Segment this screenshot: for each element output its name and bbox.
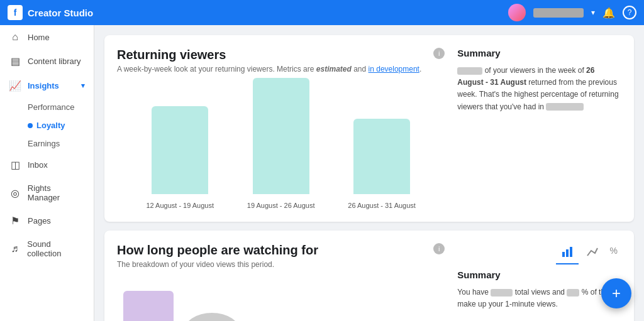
watch-time-card: How long people are watching for The bre…: [104, 231, 634, 321]
fab-icon: +: [612, 285, 621, 302]
rights-icon: ◎: [9, 187, 21, 199]
inbox-icon: ◫: [9, 159, 21, 171]
avatar[interactable]: [508, 4, 526, 21]
sidebar-sub: Performance Loyalty Earnings: [0, 98, 94, 153]
sidebar-item-sound[interactable]: ♬ Sound collection: [0, 233, 94, 264]
topbar-right: blurred name ▾ 🔔 ?: [508, 4, 636, 21]
line-chart-tab[interactable]: [581, 243, 604, 264]
main-content: Returning viewers A week-by-week look at…: [94, 25, 644, 321]
watch-summary-title: Summary: [457, 269, 621, 280]
sidebar-item-pages[interactable]: ⚑ Pages: [0, 209, 94, 233]
watch-time-title: How long people are watching for: [117, 243, 318, 258]
watch-time-header: How long people are watching for The bre…: [117, 243, 445, 279]
svg-rect-2: [570, 247, 572, 257]
sidebar-item-inbox-label: Inbox: [28, 160, 48, 170]
watch-time-body: How long people are watching for The bre…: [117, 243, 621, 321]
pages-icon: ⚑: [9, 215, 21, 227]
percent-tab[interactable]: %: [606, 243, 621, 264]
summary-before: of your viewers in the week of: [485, 66, 584, 75]
blurred-period: [546, 103, 584, 111]
sidebar-item-insights-label: Insights: [28, 81, 59, 90]
bar-group-3: 26 August - 31 August: [348, 119, 416, 209]
topbar-left: f Creator Studio: [8, 5, 93, 20]
user-name: blurred name: [533, 8, 584, 18]
watch-time-title-group: How long people are watching for The bre…: [117, 243, 318, 279]
bar-2: [253, 78, 309, 194]
watch-bar-2: [184, 313, 240, 321]
watch-time-chart: [117, 281, 445, 321]
subtitle-estimated: estimated: [316, 65, 352, 73]
bar-label-3: 26 August - 31 August: [348, 202, 416, 209]
sidebar-item-earnings[interactable]: Earnings: [28, 134, 94, 153]
returning-viewers-body: Returning viewers A week-by-week look at…: [117, 48, 621, 209]
loyalty-label: Loyalty: [36, 121, 65, 130]
chart-section: Returning viewers A week-by-week look at…: [117, 48, 445, 209]
summary-section: Summary of your viewers in the week of 2…: [457, 48, 621, 209]
watch-bar-1: [123, 291, 174, 321]
bar-label-2: 19 August - 26 August: [247, 202, 315, 209]
returning-viewers-title: Returning viewers: [117, 48, 421, 62]
sidebar-item-content-library[interactable]: ▤ Content library: [0, 49, 94, 73]
sidebar-item-rights[interactable]: ◎ Rights Manager: [0, 177, 94, 209]
blurred-pct: [567, 289, 579, 297]
fb-logo-icon: f: [8, 5, 23, 20]
sidebar-item-content-label: Content library: [28, 57, 81, 66]
earnings-label: Earnings: [28, 139, 60, 148]
chevron-icon: ▾: [81, 82, 85, 90]
bar-label-1: 12 August - 19 August: [146, 202, 214, 209]
sidebar-item-loyalty[interactable]: Loyalty: [28, 116, 94, 134]
svg-rect-0: [562, 252, 565, 257]
sidebar: ⌂ Home ▤ Content library 📈 Insights ▾ Pe…: [0, 25, 94, 321]
returning-viewers-chart: 12 August - 19 August 19 August - 26 Aug…: [117, 84, 445, 209]
insights-icon: 📈: [9, 80, 21, 92]
subtitle-end: .: [419, 65, 421, 73]
bar-chart-tab[interactable]: [556, 243, 579, 264]
content-library-icon: ▤: [9, 55, 21, 67]
home-icon: ⌂: [9, 31, 21, 43]
bar-3: [353, 119, 410, 194]
blurred-percent: [457, 67, 482, 75]
summary2-before1: You have: [457, 288, 489, 297]
blurred-views: [491, 289, 513, 297]
topbar: f Creator Studio blurred name ▾ 🔔 ?: [0, 0, 644, 25]
chevron-down-icon[interactable]: ▾: [591, 8, 595, 17]
sidebar-item-sound-label: Sound collection: [27, 239, 85, 258]
summary-text: of your viewers in the week of 26 August…: [457, 65, 621, 113]
summary-title: Summary: [457, 48, 621, 58]
sidebar-item-inbox[interactable]: ◫ Inbox: [0, 153, 94, 177]
sidebar-item-home[interactable]: ⌂ Home: [0, 25, 94, 49]
bar-group-2: 19 August - 26 August: [247, 78, 315, 209]
help-icon[interactable]: ?: [623, 6, 636, 19]
summary2-mid1: total views and: [515, 288, 565, 297]
subtitle-dev: in development: [369, 65, 419, 73]
performance-label: Performance: [28, 102, 74, 112]
active-dot-icon: [28, 123, 33, 128]
watch-summary-section: % Summary You have total views and % of …: [457, 243, 621, 321]
bar-1: [152, 106, 208, 194]
sidebar-item-pages-label: Pages: [28, 216, 51, 226]
fab-button[interactable]: +: [601, 278, 631, 308]
sidebar-item-performance[interactable]: Performance: [28, 98, 94, 116]
watch-chart-section: How long people are watching for The bre…: [117, 243, 445, 321]
sidebar-item-rights-label: Rights Manager: [28, 183, 85, 202]
bell-icon[interactable]: 🔔: [602, 7, 615, 19]
bar-group-1: 12 August - 19 August: [146, 106, 214, 209]
watch-info-icon[interactable]: i: [433, 243, 445, 254]
svg-rect-1: [566, 249, 569, 257]
chart-tabs: %: [457, 243, 621, 264]
watch-time-subtitle: The breakdown of your video views this p…: [117, 260, 318, 269]
sound-icon: ♬: [9, 243, 21, 254]
app-title: Creator Studio: [28, 8, 93, 18]
info-icon[interactable]: i: [433, 48, 445, 59]
returning-viewers-card: Returning viewers A week-by-week look at…: [104, 35, 634, 222]
watch-summary-text-1: You have total views and % of them make …: [457, 286, 621, 310]
subtitle-plain: A week-by-week look at your returning vi…: [117, 65, 316, 73]
subtitle-middle: and: [352, 65, 369, 73]
sidebar-item-insights[interactable]: 📈 Insights ▾: [0, 73, 94, 98]
sidebar-item-home-label: Home: [28, 33, 50, 42]
layout: ⌂ Home ▤ Content library 📈 Insights ▾ Pe…: [0, 25, 644, 321]
returning-viewers-subtitle: A week-by-week look at your returning vi…: [117, 65, 421, 73]
